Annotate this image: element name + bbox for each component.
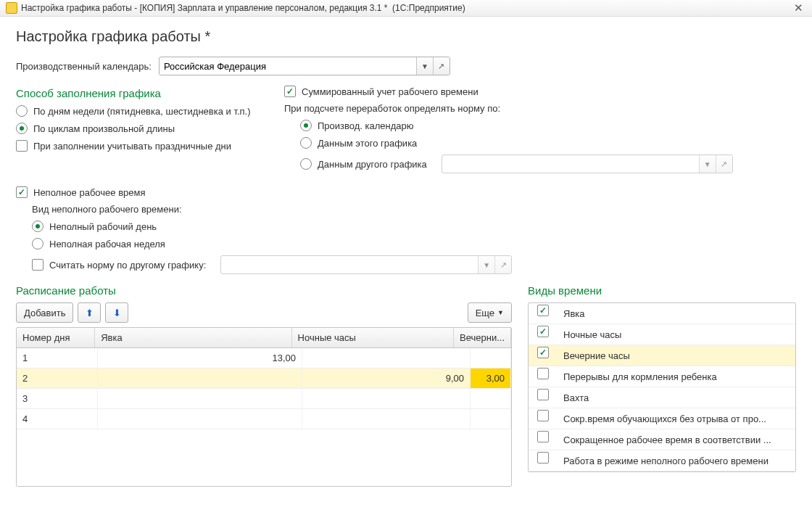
move-down-button[interactable]: ⬇ [105, 302, 128, 323]
table-row[interactable]: 113,00 [17, 348, 511, 368]
radio-norm-this-schedule[interactable]: Данным этого графика [300, 137, 796, 149]
calendar-select[interactable]: ▼ ↗ [159, 57, 450, 75]
time-type-checkbox[interactable] [537, 347, 549, 358]
part-time-kind-label: Вид неполного рабочего времени: [32, 204, 796, 215]
time-type-label: Явка [558, 308, 795, 319]
dropdown-icon[interactable]: ▼ [478, 256, 494, 273]
time-type-checkbox[interactable] [537, 389, 549, 400]
radio-icon [16, 105, 28, 117]
time-types-header: Виды времени [528, 284, 796, 297]
radio-by-cycles-label: По циклам произвольной длины [33, 123, 175, 134]
other-schedule-input[interactable] [442, 155, 699, 173]
checkbox-icon [537, 326, 549, 337]
checkbox-icon [284, 86, 296, 97]
cell-num: 4 [17, 409, 98, 429]
dropdown-icon[interactable]: ▼ [699, 155, 716, 173]
checkbox-icon [537, 431, 549, 442]
time-type-row[interactable]: Вахта [529, 387, 795, 408]
add-button[interactable]: Добавить [16, 302, 73, 323]
add-button-label: Добавить [24, 308, 65, 318]
table-row[interactable]: 4 [17, 409, 511, 429]
table-row[interactable]: 29,003,00 [17, 368, 511, 389]
chevron-down-icon: ▼ [497, 309, 504, 316]
time-type-checkbox[interactable] [537, 368, 549, 379]
schedule-grid-body: 113,0029,003,0034 [17, 348, 511, 486]
checkbox-icon [16, 140, 28, 152]
norm-other-input[interactable] [221, 256, 478, 273]
cell-night [302, 389, 471, 408]
checkbox-icon [537, 368, 549, 379]
open-icon[interactable]: ↗ [494, 256, 511, 273]
cell-yavka [98, 368, 302, 388]
schedule-toolbar: Добавить ⬆ ⬇ Еще ▼ [16, 302, 512, 323]
window-title: Настройка графика работы - [КОПИЯ] Зарпл… [21, 3, 791, 13]
app-icon [6, 2, 17, 14]
norm-other-select[interactable]: ▼ ↗ [220, 255, 512, 274]
calendar-dropdown-icon[interactable]: ▼ [416, 57, 433, 75]
time-type-label: Ночные часы [558, 329, 795, 340]
cell-evening [471, 409, 511, 429]
radio-icon [16, 123, 28, 134]
time-type-row[interactable]: Сокр.время обучающихся без отрыва от про… [529, 408, 795, 429]
norm-label: При подсчете переработок определять норм… [284, 103, 796, 114]
cell-yavka [98, 389, 302, 408]
time-type-checkbox[interactable] [537, 452, 549, 464]
checkbox-part-time[interactable]: Неполное рабочее время [16, 186, 796, 198]
time-type-row[interactable]: Ночные часы [529, 324, 795, 345]
radio-by-cycles[interactable]: По циклам произвольной длины [16, 123, 262, 134]
radio-short-day[interactable]: Неполный рабочий день [32, 221, 796, 232]
radio-short-week-label: Неполная рабочая неделя [49, 239, 165, 250]
time-type-row[interactable]: Вечерние часы [529, 345, 795, 366]
time-type-checkbox[interactable] [537, 305, 549, 316]
checkbox-summary-label: Суммированный учет рабочего времени [302, 86, 478, 97]
cell-num: 3 [17, 389, 98, 408]
calendar-input[interactable] [160, 57, 416, 75]
arrow-down-icon: ⬇ [113, 308, 121, 318]
checkbox-norm-other-schedule[interactable]: Считать норму по другому графику: ▼ ↗ [32, 255, 796, 274]
radio-short-day-label: Неполный рабочий день [49, 221, 157, 232]
time-type-label: Сокращенное рабочее время в соответствии… [558, 434, 795, 445]
window-title-suffix: (1С:Предприятие) [392, 3, 465, 13]
col-yavka[interactable]: Явка [95, 328, 291, 347]
radio-norm-prod-calendar[interactable]: Производ. календарю [300, 120, 796, 131]
checkbox-holidays[interactable]: При заполнении учитывать праздничные дни [16, 140, 262, 152]
col-night[interactable]: Ночные часы [292, 328, 454, 347]
move-up-button[interactable]: ⬆ [78, 302, 101, 323]
time-type-row[interactable]: Перерывы для кормления ребенка [529, 366, 795, 387]
time-type-checkbox[interactable] [537, 326, 549, 337]
time-type-row[interactable]: Сокращенное рабочее время в соответствии… [529, 429, 795, 450]
col-num[interactable]: Номер дня [17, 328, 95, 347]
window-title-main: Настройка графика работы - [КОПИЯ] Зарпл… [21, 3, 387, 13]
time-type-label: Вахта [558, 392, 795, 403]
close-icon[interactable]: ✕ [791, 1, 806, 15]
open-icon[interactable]: ↗ [716, 155, 732, 173]
radio-norm-other-schedule-label: Данным другого графика [318, 159, 427, 170]
schedule-grid: Номер дня Явка Ночные часы Вечерни... 11… [16, 327, 512, 487]
checkbox-summary-accounting[interactable]: Суммированный учет рабочего времени [284, 86, 796, 97]
time-type-checkbox[interactable] [537, 431, 549, 442]
radio-short-week[interactable]: Неполная рабочая неделя [32, 238, 796, 250]
checkbox-icon [537, 410, 549, 421]
time-type-label: Вечерние часы [558, 350, 795, 361]
radio-by-weekdays[interactable]: По дням недели (пятидневка, шестидневка … [16, 105, 262, 117]
table-row[interactable]: 3 [17, 389, 511, 409]
checkbox-part-time-label: Неполное рабочее время [33, 187, 145, 198]
time-type-row[interactable]: Явка [529, 303, 795, 324]
cell-yavka [98, 409, 302, 429]
checkbox-norm-other-label: Считать норму по другому графику: [49, 260, 206, 271]
time-type-row[interactable]: Работа в режиме неполного рабочего време… [529, 450, 795, 471]
other-schedule-select[interactable]: ▼ ↗ [442, 154, 733, 173]
radio-by-weekdays-label: По дням недели (пятидневка, шестидневка … [33, 106, 251, 117]
radio-norm-other-schedule[interactable]: Данным другого графика ▼ ↗ [300, 154, 796, 173]
app-window: Настройка графика работы - [КОПИЯ] Зарпл… [0, 0, 812, 515]
checkbox-holidays-label: При заполнении учитывать праздничные дни [33, 141, 231, 152]
radio-icon [300, 158, 312, 170]
col-evening[interactable]: Вечерни... [454, 328, 511, 347]
cell-evening [471, 389, 511, 408]
cell-num: 1 [17, 348, 98, 368]
calendar-open-icon[interactable]: ↗ [433, 57, 450, 75]
checkbox-icon [537, 347, 549, 358]
time-type-checkbox[interactable] [537, 410, 549, 421]
more-button[interactable]: Еще ▼ [468, 302, 512, 323]
cell-night [302, 348, 471, 368]
